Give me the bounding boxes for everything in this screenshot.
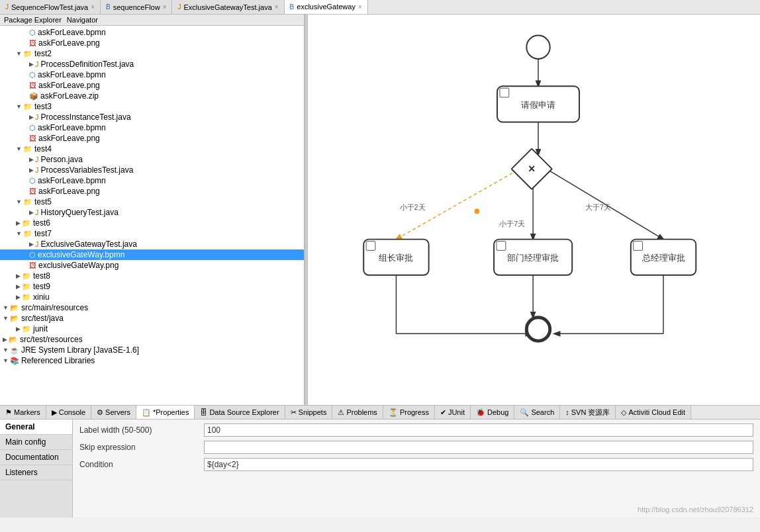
tab-properties[interactable]: 📋 *Properties	[136, 405, 195, 420]
tab-exclusivegatewaytest[interactable]: J ExclusiveGatewayTest.java ×	[172, 0, 284, 15]
prop-sidebar-documentation[interactable]: Documentation	[0, 450, 72, 465]
tab-label: Problems	[346, 408, 377, 416]
list-item[interactable]: ▼ 📁 test2	[0, 48, 304, 59]
list-item[interactable]: ▼ 📚 Referenced Libraries	[0, 355, 304, 366]
tab-label: sequenceFlow	[113, 3, 160, 11]
tab-problems[interactable]: ⚠ Problems	[332, 405, 383, 420]
tab-servers[interactable]: ⚙ Servers	[91, 405, 136, 420]
tab-exclusivegateway[interactable]: B exclusiveGateway ×	[285, 0, 368, 15]
navigator-tab[interactable]: Navigator	[67, 16, 98, 24]
prop-sidebar-general[interactable]: General	[0, 420, 72, 435]
servers-icon: ⚙	[97, 408, 103, 417]
svg-text:总经理审批: 总经理审批	[641, 253, 685, 263]
close-icon[interactable]: ×	[275, 3, 279, 11]
list-item[interactable]: ⬡ exclusiveGateWay.bpmn	[0, 249, 304, 260]
list-item[interactable]: ▶ 📁 junit	[0, 324, 304, 334]
list-item[interactable]: ▼ ☕ JRE System Library [JavaSE-1.6]	[0, 345, 304, 355]
list-item[interactable]: ▶ J Person.java	[0, 154, 304, 165]
tab-junit[interactable]: ✔ JUnit	[435, 405, 471, 420]
svg-rect-24	[634, 242, 643, 251]
tab-label: SVN 资源库	[571, 408, 610, 418]
tab-activiti[interactable]: ◇ Activiti Cloud Edit	[616, 405, 691, 420]
properties-icon: 📋	[142, 408, 151, 417]
list-item[interactable]: 📦 askForLeave.zip	[0, 91, 304, 101]
list-item[interactable]: ▼ 📁 test4	[0, 144, 304, 154]
list-item[interactable]: ▶ 📁 test9	[0, 281, 304, 292]
tab-progress[interactable]: ⏳ Progress	[383, 405, 435, 420]
folder-icon: 📁	[23, 103, 32, 111]
tab-label: JUnit	[448, 408, 465, 416]
list-item[interactable]: ▶ 📁 test8	[0, 271, 304, 281]
expand-arrow: ▶	[16, 326, 21, 332]
list-item[interactable]: ▼ 📂 src/test/java	[0, 313, 304, 324]
main-layout: Package Explorer Navigator ⬡ askForLeave…	[0, 15, 760, 405]
tab-label: exclusiveGateway	[297, 3, 356, 11]
list-item[interactable]: 🖼 askForLeave.png	[0, 186, 304, 197]
list-item[interactable]: ▼ 📂 src/main/resources	[0, 302, 304, 313]
prop-sidebar-listeners[interactable]: Listeners	[0, 465, 72, 480]
list-item[interactable]: ▶ J ProcessDefinitionTest.java	[0, 59, 304, 69]
tab-debug[interactable]: 🐞 Debug	[471, 405, 514, 420]
prop-label-skipexpression: Skip expression	[79, 443, 199, 452]
tab-snippets[interactable]: ✂ Snippets	[285, 405, 333, 420]
java-file-icon: J	[35, 166, 39, 174]
list-item[interactable]: ⬡ askForLeave.bpmn	[0, 27, 304, 38]
close-icon[interactable]: ×	[163, 3, 167, 11]
folder-icon: 📁	[22, 272, 31, 281]
prop-input-skipexpression[interactable]	[204, 441, 753, 454]
watermark: http://blog.csdn.net/zhou920786312	[638, 506, 753, 513]
list-item[interactable]: ⬡ askForLeave.bpmn	[0, 122, 304, 133]
svg-rect-18	[366, 242, 375, 251]
list-item[interactable]: ▶ 📂 src/test/resources	[0, 334, 304, 345]
diagram-svg: 请假申请 × 组长审批 部门经理审批 总经理审批 小于2天 小于7天	[308, 15, 760, 405]
list-item[interactable]: ▶ J HistoryQueryTest.java	[0, 207, 304, 218]
list-item[interactable]: 🖼 askForLeave.png	[0, 38, 304, 48]
console-icon: ▶	[52, 408, 57, 417]
tab-svn[interactable]: ↕ SVN 资源库	[560, 405, 616, 420]
bpmn-icon: B	[106, 3, 111, 11]
expand-arrow: ▶	[16, 294, 21, 300]
expand-arrow: ▼	[16, 146, 22, 152]
list-item[interactable]: ▶ J ProcessInstanceTest.java	[0, 112, 304, 122]
tab-sequenceflow[interactable]: B sequenceFlow ×	[101, 0, 172, 15]
svg-rect-13	[500, 88, 509, 97]
png-file-icon: 🖼	[29, 187, 36, 195]
tab-markers[interactable]: ⚑ Markers	[0, 405, 46, 420]
prop-input-labelwidth[interactable]	[204, 423, 753, 437]
list-item[interactable]: ▶ 📁 test6	[0, 218, 304, 228]
list-item[interactable]: ⬡ askForLeave.bpmn	[0, 69, 304, 80]
tab-sequenceflowtest[interactable]: J SequenceFlowTest.java ×	[0, 0, 101, 15]
progress-icon: ⏳	[389, 408, 398, 417]
expand-arrow: ▼	[3, 315, 9, 322]
bpmn-file-icon: ⬡	[29, 71, 36, 79]
bpmn-file-icon: ⬡	[29, 177, 36, 185]
list-item[interactable]: ▼ 📁 test5	[0, 197, 304, 207]
tab-datasource[interactable]: 🗄 Data Source Explorer	[195, 405, 285, 420]
tree-container: ⬡ askForLeave.bpmn 🖼 askForLeave.png ▼ 📁…	[0, 26, 304, 367]
list-item[interactable]: ▶ J ProcessVariablesTest.java	[0, 165, 304, 175]
svg-line-2	[396, 170, 517, 239]
list-item[interactable]: ▶ J ExclusiveGatewayTest.java	[0, 239, 304, 249]
zip-file-icon: 📦	[29, 92, 38, 101]
list-item[interactable]: ▶ 📁 xiniu	[0, 292, 304, 302]
jre-icon: ☕	[10, 346, 19, 355]
close-icon[interactable]: ×	[358, 3, 362, 11]
prop-input-condition[interactable]	[204, 458, 753, 471]
list-item[interactable]: 🖼 exclusiveGateWay.png	[0, 260, 304, 271]
expand-arrow: ▶	[29, 156, 34, 163]
tab-label: Search	[531, 408, 554, 416]
list-item[interactable]: 🖼 askForLeave.png	[0, 133, 304, 144]
prop-sidebar-mainconfig[interactable]: Main config	[0, 435, 72, 450]
datasource-icon: 🗄	[200, 408, 207, 416]
list-item[interactable]: 🖼 askForLeave.png	[0, 80, 304, 91]
tab-label: Debug	[487, 408, 508, 416]
java-file-icon: J	[35, 60, 39, 68]
svg-text:小于2天: 小于2天	[400, 203, 426, 211]
list-item[interactable]: ▼ 📁 test7	[0, 228, 304, 239]
list-item[interactable]: ▼ 📁 test3	[0, 101, 304, 112]
list-item[interactable]: ⬡ askForLeave.bpmn	[0, 175, 304, 186]
tab-console[interactable]: ▶ Console	[46, 405, 91, 420]
tab-search[interactable]: 🔍 Search	[514, 405, 560, 420]
top-tab-bar: J SequenceFlowTest.java × B sequenceFlow…	[0, 0, 760, 15]
close-icon[interactable]: ×	[91, 3, 95, 11]
